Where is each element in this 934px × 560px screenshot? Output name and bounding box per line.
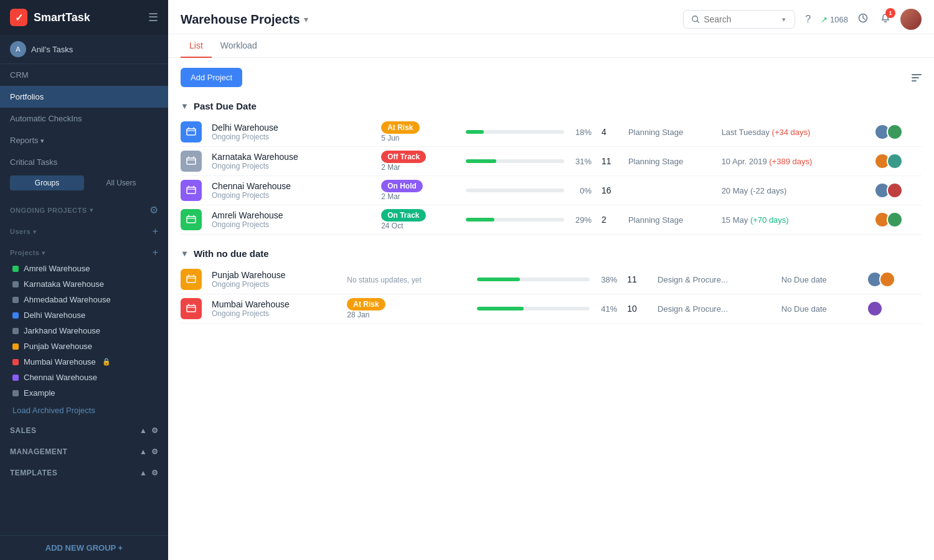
user-avatar-main[interactable] [900, 9, 922, 30]
sidebar-project-ahmedabad[interactable]: Ahmedabad Warehouse [0, 292, 168, 307]
logo: ✓ SmartTask [10, 9, 90, 26]
no-due-date-section-header[interactable]: ▼ With no due date [181, 245, 922, 263]
projects-add-btn[interactable]: + [153, 247, 158, 258]
progress-pct-amreli: 29% [569, 215, 592, 225]
header-title-area: Warehouse Projects ▾ [181, 12, 308, 27]
templates-arrow: ▲ [139, 469, 147, 477]
due-date-mumbai: No Due date [781, 304, 827, 314]
project-dot-example [12, 390, 19, 396]
tab-list[interactable]: List [181, 34, 212, 58]
project-icon-delhi [181, 121, 202, 142]
avatar [867, 301, 883, 317]
sidebar-item-reports[interactable]: Reports [0, 129, 168, 151]
avatars-delhi [874, 124, 917, 140]
project-name-karnataka: Karnataka Warehouse [212, 152, 371, 162]
projects-label: Projects [10, 249, 39, 256]
add-new-group-btn[interactable]: ADD NEW GROUP + [0, 535, 168, 560]
sidebar-project-chennai[interactable]: Chennai Warehouse [0, 370, 168, 385]
project-icon-punjab [181, 269, 202, 290]
due-date-delhi: Last Tuesday (+34 days) [722, 128, 811, 137]
sidebar-project-delhi[interactable]: Delhi Warehouse [0, 307, 168, 323]
ongoing-projects-settings[interactable]: ⚙ [149, 204, 158, 216]
avatars-punjab [867, 271, 917, 287]
toolbar: Add Project [181, 68, 922, 87]
task-count-chennai: 16 [601, 185, 611, 195]
sidebar-item-automatic-checkins[interactable]: Automatic CheckIns [0, 108, 168, 129]
table-row: Mumbai Warehouse Ongoing Projects At Ris… [181, 294, 922, 324]
hamburger-menu[interactable]: ☰ [148, 11, 158, 24]
search-input[interactable] [704, 14, 778, 24]
stage-amreli: Planning Stage [628, 215, 683, 225]
past-due-section-header[interactable]: ▼ Past Due Date [181, 97, 922, 115]
stage-karnataka: Planning Stage [628, 157, 683, 166]
project-icon-amreli [181, 209, 202, 230]
progress-punjab: 38% [477, 275, 617, 284]
management-group[interactable]: MANAGEMENT ▲ ⚙ [0, 441, 168, 462]
tab-groups[interactable]: Groups [10, 175, 84, 190]
project-dot-chennai [12, 375, 19, 381]
sales-arrow: ▲ [139, 426, 147, 435]
add-project-btn[interactable]: Add Project [181, 68, 242, 87]
project-dot-ahmedabad [12, 297, 19, 303]
sidebar-project-amreli[interactable]: Amreli Warehouse [0, 261, 168, 276]
sidebar-item-crm[interactable]: CRM [0, 64, 168, 86]
project-dot-delhi [12, 312, 19, 319]
project-dot-karnataka [12, 281, 19, 287]
date-mumbai: 28 Jan [347, 310, 467, 319]
help-btn[interactable]: ? [803, 11, 813, 27]
templates-group[interactable]: TEMPLATES ▲ ⚙ [0, 462, 168, 483]
users-add-btn[interactable]: + [153, 226, 158, 237]
search-box[interactable]: ▾ [683, 10, 795, 29]
project-name-amreli: Amreli Warehouse [212, 210, 371, 220]
load-archived-btn[interactable]: Load Archived Projects [0, 401, 168, 420]
project-category-karnataka: Ongoing Projects [212, 162, 371, 170]
past-due-collapse-arrow: ▼ [181, 101, 189, 111]
title-dropdown-arrow[interactable]: ▾ [304, 14, 308, 24]
project-category-punjab: Ongoing Projects [212, 280, 337, 289]
search-icon [691, 15, 700, 24]
sidebar-item-critical-tasks[interactable]: Critical Tasks [0, 151, 168, 173]
sidebar-project-punjab[interactable]: Punjab Warehouse [0, 338, 168, 354]
avatar [887, 212, 903, 228]
sidebar-item-portfolios[interactable]: Portfolios [0, 86, 168, 108]
progress-pct-delhi: 18% [569, 128, 592, 137]
due-date-amreli: 15 May (+70 days) [722, 215, 789, 225]
project-name-delhi: Delhi Warehouse [212, 123, 371, 133]
tab-all-users[interactable]: All Users [84, 175, 158, 190]
management-settings[interactable]: ⚙ [151, 447, 159, 456]
templates-settings[interactable]: ⚙ [151, 469, 159, 477]
sidebar-project-jarkhand[interactable]: Jarkhand Warehouse [0, 323, 168, 338]
clock-btn[interactable] [856, 11, 870, 28]
sidebar: ✓ SmartTask ☰ A Anil's Tasks CRM Portfol… [0, 0, 168, 560]
project-label-example: Example [24, 388, 55, 398]
svg-rect-7 [187, 158, 196, 164]
progress-mumbai: 41% [477, 304, 617, 314]
project-label-mumbai: Mumbai Warehouse [24, 357, 96, 366]
lock-icon: 🔒 [102, 358, 111, 366]
progress-chennai: 0% [466, 186, 592, 195]
task-count-amreli: 2 [601, 215, 606, 225]
task-count-punjab: 11 [627, 274, 637, 284]
sidebar-project-mumbai[interactable]: Mumbai Warehouse 🔒 [0, 354, 168, 370]
sidebar-project-example[interactable]: Example [0, 385, 168, 401]
past-due-table: Delhi Warehouse Ongoing Projects At Risk… [181, 118, 922, 235]
project-label-amreli: Amreli Warehouse [24, 264, 90, 273]
notification-badge: 1 [885, 8, 895, 18]
sidebar-project-karnataka[interactable]: Karnataka Warehouse [0, 276, 168, 292]
svg-rect-11 [187, 187, 196, 194]
tab-workload[interactable]: Workload [212, 34, 266, 58]
sales-settings[interactable]: ⚙ [151, 426, 159, 435]
filter-btn[interactable] [912, 74, 922, 82]
project-name-mumbai: Mumbai Warehouse [212, 299, 337, 309]
search-dropdown-arrow[interactable]: ▾ [782, 16, 786, 24]
ongoing-projects-label: ONGOING PROJECTS [10, 207, 87, 214]
groups-tabs: Groups All Users [0, 173, 168, 193]
sales-group[interactable]: SALES ▲ ⚙ [0, 420, 168, 441]
project-dot-jarkhand [12, 328, 19, 334]
project-label-delhi: Delhi Warehouse [24, 310, 85, 320]
project-dot-mumbai [12, 359, 19, 365]
task-count-delhi: 4 [601, 127, 606, 137]
user-name: Anil's Tasks [31, 45, 73, 54]
project-label-jarkhand: Jarkhand Warehouse [24, 326, 100, 335]
project-dot-punjab [12, 343, 19, 350]
